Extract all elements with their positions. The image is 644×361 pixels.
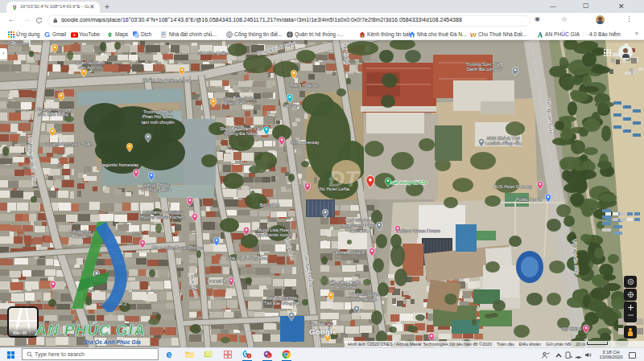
svg-text:BUS Hotel Danang: BUS Hotel Danang <box>493 184 532 189</box>
svg-text:BAONAM: BAONAM <box>260 203 280 207</box>
svg-text:Phục vụ cơm giá: Phục vụ cơm giá <box>36 107 71 112</box>
svg-text:39 Tháng Dormitory: 39 Tháng Dormitory <box>142 210 183 215</box>
svg-text:Tasmania: Tasmania <box>349 228 369 233</box>
svg-text:Animor Green House: Animor Green House <box>397 228 440 233</box>
svg-text:Public beach: Public beach <box>516 197 543 202</box>
svg-text:Mona Lisa Hotel: Mona Lisa Hotel <box>257 228 290 232</box>
svg-text:Phan Mike Hostel Prince: Phan Mike Hostel Prince <box>152 245 202 250</box>
svg-text:Hà Bưuree: Hà Bưuree <box>6 41 29 46</box>
svg-text:Khánh Xp Coffee & hoa: Khánh Xp Coffee & hoa <box>142 78 191 83</box>
svg-text:nhậu hải sản: nhậu hải sản <box>351 297 378 302</box>
svg-text:Những Đà Nẵng: Những Đà Nẵng <box>224 131 257 136</box>
svg-text:Sao Biển Ngày: Sao Biển Ngày <box>224 96 254 101</box>
svg-text:Nhà Thy Quân: Nhà Thy Quân <box>198 51 228 55</box>
svg-text:Laminia đông của: Laminia đông của <box>485 141 522 146</box>
svg-text:VIIc Hotel LeNa: VIIc Hotel LeNa <box>317 187 350 191</box>
svg-text:Phan Hội Châu: Phan Hội Châu <box>142 114 174 119</box>
svg-text:Mỹ Khê 6: Mỹ Khê 6 <box>562 326 581 331</box>
svg-text:tạm mới chuyển: tạm mới chuyển <box>142 120 175 125</box>
svg-text:NKS Khách T26: NKS Khách T26 <box>487 136 520 141</box>
svg-text:dân Anh Vũ: dân Anh Vũ <box>78 65 101 70</box>
svg-text:xừa bịnh trứng: xừa bịnh trứng <box>38 112 68 117</box>
svg-text:Shop Bày Mành Văn: Shop Bày Mành Văn <box>220 126 262 131</box>
svg-text:Nhà Nghỉ Hồng Hoa: Nhà Nghỉ Hồng Hoa <box>227 256 269 260</box>
svg-text:Apartment Cafe: Apartment Cafe <box>342 223 374 228</box>
svg-text:PCCNPR 2: PCCNPR 2 <box>208 279 231 284</box>
svg-text:Nghyk Phuke: Nghyk Phuke <box>142 183 170 187</box>
svg-text:Apartments rooms: Apartments rooms <box>255 232 293 237</box>
svg-text:Danh Bá công vớ: Danh Bá công vớ <box>467 67 502 72</box>
svg-text:Dragonito homestay: Dragonito homestay <box>98 162 139 167</box>
svg-text:Sẵn sàng Quán: Sẵn sàng Quán <box>328 280 361 285</box>
svg-text:Trường Sơn Trà B: Trường Sơn Trà B <box>466 62 504 67</box>
svg-text:Ở Phúc gia lộc: Ở Phúc gia lộc <box>141 187 171 192</box>
svg-text:MIz homestay: MIz homestay <box>291 140 320 145</box>
svg-text:Nhà nghỉ 83 Mù: Nhà nghỉ 83 Mù <box>266 296 299 301</box>
svg-text:Red Window: Red Window <box>345 218 372 223</box>
svg-text:Tân Đại Đồng vân: Tân Đại Đồng vân <box>264 301 301 306</box>
svg-text:Trường THCS: Trường THCS <box>143 109 172 114</box>
svg-text:Quận tiểu lạnh: Quận tiểu lạnh <box>76 60 105 65</box>
svg-text:House/ Máy's Kitchen: House/ Máy's Kitchen <box>141 215 185 219</box>
svg-text:Quán bánh Ngọc Tuấn: Quán bánh Ngọc Tuấn <box>46 142 92 146</box>
svg-text:Cavilla Boutique: Cavilla Boutique <box>332 250 365 255</box>
svg-text:Gác Spa: Gác Spa <box>283 103 301 108</box>
svg-text:Quên Đà Nẵng: Quên Đà Nẵng <box>224 101 254 105</box>
svg-text:Lỡ thêm Quán: Lỡ thêm Quán <box>349 292 379 297</box>
svg-text:Quán Hân tay: Quán Hân tay <box>304 322 332 326</box>
svg-text:Mạng Hoài Ân: Mạng Hoài Ân <box>290 83 319 88</box>
svg-text:bar nhà hải: bar nhà hải <box>333 285 356 289</box>
svg-text:sân bóng đá T20: sân bóng đá T20 <box>391 180 427 185</box>
